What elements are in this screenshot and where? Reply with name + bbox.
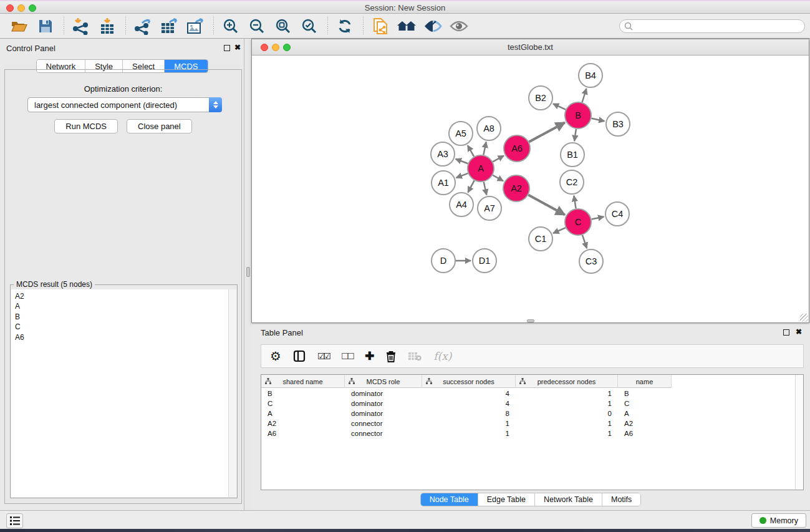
table-row[interactable]: Adominator80A (261, 409, 803, 418)
graph-node-D[interactable]: D (432, 249, 455, 273)
open-session-icon[interactable] (9, 16, 30, 36)
column-header-name[interactable]: name (618, 375, 672, 388)
edge-A-A1[interactable] (456, 173, 468, 178)
mcds-result-item[interactable]: B (15, 312, 236, 322)
edge-A-A3[interactable] (456, 159, 468, 163)
delete-columns-icon[interactable] (386, 351, 396, 362)
graph-node-A4[interactable]: A4 (450, 193, 473, 216)
close-panel-button[interactable]: Close panel (127, 119, 192, 133)
graph-node-B1[interactable]: B1 (561, 143, 584, 167)
settings-gear-icon[interactable]: ⚙ (270, 350, 281, 362)
edge-B-B2[interactable] (553, 104, 566, 109)
import-table-icon[interactable] (97, 16, 118, 36)
graph-node-A5[interactable]: A5 (449, 122, 473, 145)
run-mcds-button[interactable]: Run MCDS (54, 119, 118, 133)
column-header-MCDS-role[interactable]: MCDS role (345, 375, 422, 388)
optimization-criterion-select[interactable]: largest connected component (directed) (27, 97, 222, 112)
float-panel-icon[interactable] (224, 45, 230, 51)
import-network-icon[interactable] (70, 16, 92, 36)
edge-C-C4[interactable] (592, 216, 604, 219)
column-header-shared-name[interactable]: shared name (261, 375, 345, 388)
graph-node-C2[interactable]: C2 (560, 170, 584, 194)
edge-A2-C[interactable] (528, 195, 565, 215)
graph-node-C4[interactable]: C4 (605, 202, 629, 226)
vertical-scrollbar-thumb[interactable] (246, 267, 250, 277)
refresh-layout-icon[interactable] (334, 16, 355, 36)
edge-A-A7[interactable] (484, 181, 487, 195)
mcds-result-list[interactable]: A2ABCA6 (11, 289, 236, 497)
memory-button[interactable]: Memory (751, 513, 806, 528)
horizontal-scrollbar-thumb[interactable] (527, 319, 534, 322)
window-resize-grip[interactable] (800, 314, 808, 322)
show-columns-icon[interactable] (293, 350, 306, 362)
save-session-icon[interactable] (35, 16, 56, 36)
tab-network-table[interactable]: Network Table (535, 493, 602, 506)
result-list-scrollbar[interactable] (228, 289, 236, 497)
edge-A-A5[interactable] (468, 145, 474, 157)
graph-node-A8[interactable]: A8 (477, 117, 501, 140)
add-column-icon[interactable]: ✚ (365, 349, 374, 363)
zoom-out-icon[interactable] (246, 16, 268, 36)
table-scrollbar[interactable] (795, 375, 803, 490)
graph-node-A3[interactable]: A3 (431, 142, 455, 166)
select-all-checkboxes-icon[interactable]: ☑☑ (317, 351, 329, 361)
tab-motifs[interactable]: Motifs (602, 493, 640, 506)
network-canvas[interactable]: B4B2BB3A8A5A6A3B1AA1C2A2A4A7C4CC1C3DD1 (252, 56, 809, 322)
close-panel-icon[interactable]: ✖ (234, 44, 241, 51)
edge-C-C2[interactable] (574, 196, 576, 209)
mcds-result-item[interactable]: A6 (15, 332, 236, 342)
unselect-all-checkboxes-icon[interactable]: ☐☐ (341, 351, 353, 361)
search-input[interactable] (619, 19, 805, 33)
edge-A-A6[interactable] (493, 156, 504, 162)
edge-C-C3[interactable] (582, 235, 587, 248)
graph-node-B3[interactable]: B3 (606, 112, 630, 136)
tab-edge-table[interactable]: Edge Table (478, 493, 535, 506)
zoom-fit-icon[interactable] (272, 16, 294, 36)
table-row[interactable]: Bdominator41B (261, 389, 803, 399)
graph-node-A[interactable]: A (468, 155, 494, 181)
graph-node-B[interactable]: B (565, 102, 591, 128)
table-float-icon[interactable] (783, 329, 789, 336)
table-row[interactable]: A2connector11A2 (261, 418, 803, 428)
network-window-titlebar[interactable]: testGlobe.txt (252, 39, 809, 56)
task-history-button[interactable] (6, 513, 23, 528)
graph-node-B2[interactable]: B2 (529, 86, 552, 110)
graph-node-A2[interactable]: A2 (503, 175, 529, 201)
column-header-successor-nodes[interactable]: successor nodes (422, 375, 516, 388)
edge-B-B1[interactable] (574, 129, 576, 141)
home-view-icon[interactable] (396, 16, 417, 36)
show-view-icon[interactable] (448, 16, 470, 36)
export-table-icon[interactable] (158, 16, 180, 36)
edge-A-A2[interactable] (493, 175, 503, 181)
delete-table-icon[interactable] (408, 351, 422, 361)
edge-A-A4[interactable] (468, 180, 474, 192)
table-row[interactable]: Cdominator41C (261, 399, 803, 409)
function-builder-icon[interactable]: f(x) (433, 350, 451, 362)
graph-node-A6[interactable]: A6 (504, 135, 530, 162)
edge-C-C1[interactable] (553, 228, 566, 233)
graph-node-B4[interactable]: B4 (579, 64, 602, 87)
hide-show-panels-icon[interactable] (422, 16, 443, 36)
mcds-result-item[interactable]: A2 (15, 291, 236, 301)
graph-node-D1[interactable]: D1 (473, 249, 496, 273)
export-image-icon[interactable] (185, 16, 206, 36)
export-network-icon[interactable] (132, 16, 153, 36)
edge-B-B3[interactable] (591, 118, 604, 122)
edge-A6-B[interactable] (529, 122, 565, 142)
graph-node-A1[interactable]: A1 (432, 171, 455, 195)
tab-node-table[interactable]: Node Table (421, 493, 478, 506)
zoom-selected-icon[interactable] (299, 16, 320, 36)
table-close-icon[interactable]: ✖ (796, 328, 802, 336)
zoom-in-icon[interactable] (220, 16, 241, 36)
graph-node-A7[interactable]: A7 (478, 196, 501, 220)
graph-node-C[interactable]: C (565, 209, 591, 235)
edge-B-B4[interactable] (582, 89, 587, 102)
mcds-result-item[interactable]: C (15, 322, 236, 332)
column-header-predecessor-nodes[interactable]: predecessor nodes (516, 375, 618, 388)
mcds-result-item[interactable]: A (15, 301, 236, 311)
clone-network-icon[interactable] (370, 16, 391, 36)
table-row[interactable]: A6connector11A6 (261, 428, 803, 438)
graph-node-C1[interactable]: C1 (529, 227, 552, 251)
edge-A-A8[interactable] (483, 142, 486, 155)
network-graph[interactable]: B4B2BB3A8A5A6A3B1AA1C2A2A4A7C4CC1C3DD1 (252, 56, 809, 322)
